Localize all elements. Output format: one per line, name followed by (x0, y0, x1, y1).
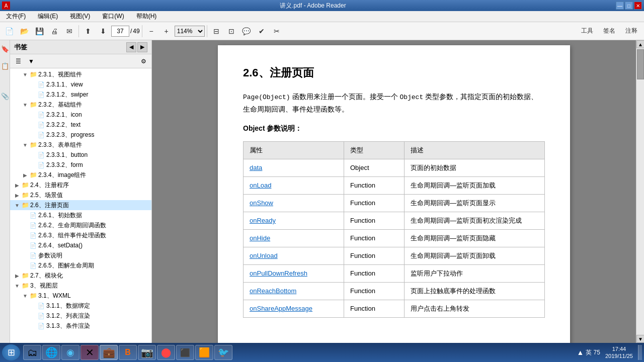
comment-text-button[interactable]: 注释 (621, 25, 642, 37)
table-link-data[interactable]: data (250, 164, 262, 171)
prev-page-button[interactable]: ⬆ (81, 24, 95, 38)
scroll-down-button[interactable]: ▼ (636, 335, 644, 343)
tree-item-t3[interactable]: 📄 2.3.1.2、swiper (10, 89, 151, 100)
comment-button[interactable]: 💬 (239, 24, 254, 38)
taskbar-app-black[interactable]: ⬛ (176, 345, 194, 360)
tree-item-t1[interactable]: ▼ 📁 2.3.1、视图组件 (10, 69, 151, 79)
scroll-thumb[interactable] (637, 49, 644, 79)
tree-label: 3.1、WXML (38, 292, 71, 300)
tree-item-t20[interactable]: 📄 2.6.5、图解生命周期 (10, 260, 151, 270)
fit-page-button[interactable]: ⊡ (224, 24, 238, 38)
open-button[interactable]: 📂 (17, 24, 31, 38)
start-button[interactable]: ⊞ (2, 344, 20, 360)
pages-tab-icon[interactable]: 📋 (1, 58, 10, 73)
tree-item-t4[interactable]: ▼ 📁 2.3.2、基础组件 (10, 100, 151, 110)
list-view-button[interactable]: ☰ (12, 56, 24, 67)
tree-container[interactable]: ▼ 📁 2.3.1、视图组件 📄 2.3.1.1、view 📄 2.3.1.2、… (10, 68, 151, 343)
tree-item-t18[interactable]: 📄 2.6.4、setData() (10, 240, 151, 250)
table-link-onHide[interactable]: onHide (250, 234, 270, 242)
close-button[interactable]: ✕ (634, 2, 642, 10)
taskbar-app-camera[interactable]: 📷 (138, 345, 156, 360)
zoom-select[interactable]: 114% 100% 75% 150% (175, 26, 205, 37)
tree-item-t17[interactable]: 📄 2.6.3、组件事件处理函数 (10, 230, 151, 240)
page-input[interactable]: 37 (111, 26, 129, 37)
tree-item-t23[interactable]: ▼ 📁 3.1、WXML (10, 291, 151, 301)
bookmark-tab-icon[interactable]: 🔖 (1, 41, 10, 56)
crop-button[interactable]: ✂ (270, 24, 284, 38)
taskbar-explorer[interactable]: 🗂 (23, 345, 41, 360)
menu-window[interactable]: 窗口(W) (98, 11, 128, 22)
menu-help[interactable]: 帮助(H) (132, 11, 161, 22)
tree-item-t16[interactable]: 📄 2.6.2、生命周期回调函数 (10, 220, 151, 230)
menu-file[interactable]: 文件(F) (2, 11, 30, 22)
table-link-onShow[interactable]: onShow (250, 199, 273, 207)
sidebar-nav-next[interactable]: ▶ (137, 42, 147, 52)
taskbar-app-orange[interactable]: 🟧 (195, 345, 213, 360)
tree-item-t14[interactable]: ▼ 📁 2.6、注册页面 (10, 200, 151, 210)
taskbar-browser2[interactable]: ◉ (61, 345, 79, 360)
menu-view[interactable]: 视图(V) (66, 11, 94, 22)
save-button[interactable]: 💾 (32, 24, 46, 38)
doc-icon: 📄 (37, 302, 45, 310)
tree-item-t9[interactable]: 📄 2.3.3.1、button (10, 150, 151, 160)
table-link-onUnload[interactable]: onUnload (250, 252, 278, 259)
taskbar-app-x[interactable]: ✕ (80, 345, 99, 360)
tree-view-button[interactable]: ▼ (25, 56, 37, 67)
taskbar-browser1[interactable]: 🌐 (42, 345, 60, 360)
table-link-onReachBottom[interactable]: onReachBottom (250, 287, 296, 295)
tree-item-t7[interactable]: 📄 2.3.2.3、progress (10, 130, 151, 140)
table-link-onLoad[interactable]: onLoad (250, 182, 271, 189)
tree-item-t26[interactable]: 📄 3.1.3、条件渲染 (10, 321, 151, 331)
table-cell-attr: onPullDownRefresh (244, 264, 344, 282)
taskbar-app-yellow[interactable]: 🐦 (214, 345, 232, 360)
minimize-button[interactable]: — (616, 2, 624, 10)
maximize-button[interactable]: □ (625, 2, 633, 10)
tree-item-t11[interactable]: ▶ 📁 2.3.4、image组件 (10, 170, 151, 180)
stamp-button[interactable]: ✔ (255, 24, 269, 38)
pdf-area[interactable]: 2.6、注册页面 Page(Object) 函数用来注册一个页面。接受一个 Ob… (152, 40, 636, 343)
taskbar-clock[interactable]: 17:44 2019/11/25 (602, 345, 636, 360)
tree-item-t8[interactable]: ▼ 📁 2.3.3、表单组件 (10, 140, 151, 150)
zoom-in-button[interactable]: + (159, 24, 174, 38)
table-link-onPullDownRefresh[interactable]: onPullDownRefresh (250, 269, 307, 277)
taskbar-app-briefcase[interactable]: 💼 (100, 345, 118, 360)
scroll-track[interactable] (636, 48, 644, 335)
tree-item-t22[interactable]: ▼ 📁 3、视图层 (10, 281, 151, 291)
tree-label: 参数说明 (38, 251, 62, 260)
table-link-onReady[interactable]: onReady (250, 217, 276, 224)
tree-item-t6[interactable]: 📄 2.3.2.2、text (10, 120, 151, 130)
tools-button[interactable]: 工具 (577, 25, 598, 37)
show-desktop-button[interactable] (638, 345, 642, 360)
tree-item-t13[interactable]: ▶ 📁 2.5、场景值 (10, 190, 151, 200)
tree-item-t21[interactable]: ▶ 📁 2.7、模块化 (10, 270, 151, 281)
sidebar-nav-prev[interactable]: ◀ (126, 42, 136, 52)
zoom-out-button[interactable]: − (144, 24, 158, 38)
tree-item-t15[interactable]: 📄 2.6.1、初始数据 (10, 210, 151, 220)
tree-item-t24[interactable]: 📄 3.1.1、数据绑定 (10, 301, 151, 311)
print-button[interactable]: 🖨 (47, 24, 61, 38)
taskbar-app-b[interactable]: B (119, 345, 137, 360)
tree-item-t19[interactable]: 📄 参数说明 (10, 250, 151, 260)
new-button[interactable]: 📄 (2, 24, 16, 38)
tree-item-t10[interactable]: 📄 2.3.3.2、form (10, 160, 151, 170)
tree-item-t2[interactable]: 📄 2.3.1.1、view (10, 79, 151, 89)
tree-item-t25[interactable]: 📄 3.1.2、列表渲染 (10, 311, 151, 321)
email-button[interactable]: ✉ (62, 24, 76, 38)
sidebar-settings-button[interactable]: ⚙ (137, 56, 149, 67)
taskbar-app-red[interactable]: ⬤ (157, 345, 175, 360)
tree-item-t5[interactable]: 📄 2.3.2.1、icon (10, 110, 151, 120)
table-header-attr: 属性 (244, 141, 344, 159)
tray-network[interactable]: ▲ (577, 348, 584, 356)
menu-edit[interactable]: 编辑(E) (34, 11, 62, 22)
sign-button[interactable]: 签名 (599, 25, 620, 37)
table-cell-desc: 生命周期回调—监听页面卸载 (405, 247, 545, 264)
folder-icon: 📁 (29, 141, 37, 149)
menubar: 文件(F) 编辑(E) 视图(V) 窗口(W) 帮助(H) (0, 11, 644, 22)
scroll-up-button[interactable]: ▲ (636, 40, 644, 48)
layers-tab-icon[interactable]: 📎 (1, 88, 10, 104)
right-scrollbar[interactable]: ▲ ▼ (636, 40, 644, 343)
tree-item-t12[interactable]: ▶ 📁 2.4、注册程序 (10, 180, 151, 190)
table-link-onShareAppMessage[interactable]: onShareAppMessage (250, 305, 312, 312)
next-page-button[interactable]: ⬇ (96, 24, 110, 38)
fit-width-button[interactable]: ⊟ (209, 24, 223, 38)
